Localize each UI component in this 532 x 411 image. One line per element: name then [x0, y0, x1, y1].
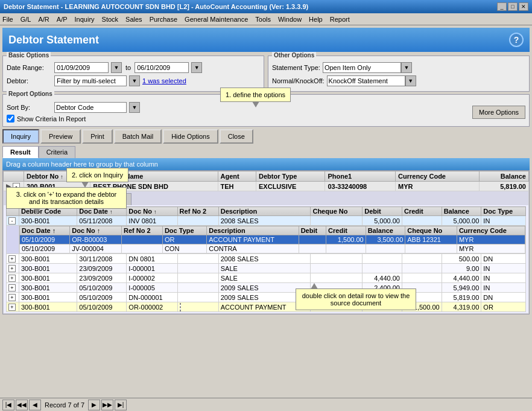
debtor-filter-input[interactable] [54, 75, 127, 86]
menu-inquiry[interactable]: Inquiry [75, 16, 95, 23]
sub-row-2[interactable]: 05/10/2009 JV-000004 CON CONTRA [20, 244, 525, 253]
more-options-button[interactable]: More Options [472, 106, 525, 119]
detail-col-ref-no2[interactable]: Ref No 2 [177, 207, 218, 216]
show-criteria-checkbox[interactable] [7, 115, 14, 123]
menu-sales[interactable]: Sales [125, 16, 142, 23]
detail-col-doc-type[interactable]: Doc Type [481, 207, 526, 216]
debtor-selected-link[interactable]: 1 was selected [142, 77, 186, 84]
statement-type-input[interactable] [323, 62, 401, 73]
sub-col-debit[interactable]: Debit [299, 226, 326, 235]
detail-expand-btn[interactable]: - [8, 217, 16, 225]
hide-options-button[interactable]: Hide Options [163, 129, 218, 144]
detail-col-description[interactable]: Description [218, 207, 311, 216]
inquiry-button[interactable]: Inquiry [2, 129, 39, 144]
menu-stock[interactable]: Stock [102, 16, 119, 23]
sub-col-description[interactable]: Description [207, 226, 299, 235]
detail-col-credit[interactable]: Credit [402, 207, 442, 216]
detail-row-expanded[interactable]: - 300-B001 05/11/2008 INV 0801 2008 SALE… [7, 216, 526, 226]
additional-row-3[interactable]: + 300-B001 23/09/2009 I-000002 SALE 4,44… [7, 273, 526, 283]
print-button[interactable]: Print [82, 129, 113, 144]
detail-expand-cell[interactable]: - [7, 216, 19, 226]
statement-type-dropdown[interactable]: ▼ [401, 62, 412, 73]
detail-col-cheque-no[interactable]: Cheque No [311, 207, 363, 216]
menu-report[interactable]: Report [330, 16, 350, 23]
menu-help[interactable]: Help [309, 16, 323, 23]
menu-ap[interactable]: A/P [57, 16, 68, 23]
additional-row-6-highlighted[interactable]: + 300-B001 05/10/2009 OR-000002 ACCOUNT … [7, 302, 526, 312]
menu-file[interactable]: File [2, 16, 13, 23]
col-balance[interactable]: Balance [479, 171, 528, 182]
knockoff-dropdown[interactable]: ▼ [405, 75, 416, 86]
tab-criteria[interactable]: Criteria [39, 146, 75, 158]
add-expand-2[interactable]: + [7, 264, 19, 273]
menu-window[interactable]: Window [278, 16, 302, 23]
col-currency-code[interactable]: Currency Code [396, 171, 480, 182]
menu-purchase[interactable]: Purchase [150, 16, 177, 23]
preview-button[interactable]: Preview [40, 129, 81, 144]
tab-result[interactable]: Result [2, 146, 39, 158]
nav-next-page[interactable]: ▶▶ [101, 400, 113, 410]
minimize-button[interactable]: _ [497, 2, 507, 11]
menu-tools[interactable]: Tools [255, 16, 271, 23]
add-expand-1[interactable]: + [7, 254, 19, 264]
sub-col-doc-date[interactable]: Doc Date ↑ [20, 226, 70, 235]
add-debtor-3: 300-B001 [19, 273, 77, 283]
date-from-dropdown[interactable]: ▼ [111, 62, 122, 73]
sub-row-selected[interactable]: 05/10/2009 OR-B00003 OR ACCOUNT PAYMENT [20, 235, 525, 244]
sub-col-currency[interactable]: Currency Code [457, 226, 525, 235]
detail-col-debit[interactable]: Debit [363, 207, 402, 216]
add-expand-6[interactable]: + [7, 302, 19, 312]
date-to-dropdown[interactable]: ▼ [191, 62, 202, 73]
window-controls[interactable]: _ □ ✕ [497, 2, 528, 11]
sub-doc-date-2: 05/10/2009 [20, 244, 70, 253]
menu-gl[interactable]: G/L [21, 16, 31, 23]
sub-ref-no2-1 [121, 235, 162, 244]
close-button-toolbar[interactable]: Close [220, 129, 253, 144]
col-debtor-type[interactable]: Debtor Type [256, 171, 325, 182]
maximize-button[interactable]: □ [508, 2, 518, 11]
sub-col-credit[interactable]: Credit [326, 226, 366, 235]
nav-prev[interactable]: ◀ [29, 400, 41, 410]
additional-row-4[interactable]: + 300-B001 05/10/2009 I-000005 2009 SALE… [7, 283, 526, 293]
sub-col-doc-no[interactable]: Doc No ↑ [70, 226, 122, 235]
debtor-filter-dropdown[interactable]: ▼ [129, 75, 140, 86]
col-phone1[interactable]: Phone1 [325, 171, 396, 182]
menu-general[interactable]: General Maintenance [185, 16, 248, 23]
knockoff-input[interactable] [327, 75, 405, 86]
nav-last[interactable]: ▶| [115, 400, 127, 410]
additional-row-1[interactable]: + 300-B001 30/11/2008 DN 0801 2008 SALES [7, 254, 526, 264]
dashed-ref-input[interactable] [180, 303, 181, 311]
close-button[interactable]: ✕ [519, 2, 528, 11]
sub-col-cheque-no[interactable]: Cheque No [405, 226, 457, 235]
nav-next[interactable]: ▶ [88, 400, 100, 410]
add-doctype-5: DN [481, 293, 526, 302]
add-expand-3[interactable]: + [7, 273, 19, 283]
detail-col-doc-no[interactable]: Doc No ↑ [127, 207, 177, 216]
date-to-input[interactable] [135, 62, 189, 73]
date-from-input[interactable] [54, 62, 109, 73]
agent-cell: TEH [218, 182, 256, 191]
add-expand-5[interactable]: + [7, 293, 19, 302]
sort-by-input[interactable] [54, 102, 127, 113]
nav-prev-page[interactable]: ◀◀ [16, 400, 28, 410]
sub-col-ref-no2[interactable]: Ref No 2 [121, 226, 162, 235]
add-desc-1: 2008 SALES [218, 254, 311, 264]
col-agent[interactable]: Agent [218, 171, 256, 182]
help-button[interactable]: ? [509, 33, 524, 47]
batch-mail-button[interactable]: Batch Mail [114, 129, 162, 144]
page-title: Debtor Statement [8, 34, 99, 46]
knockoff-label: Normal/KnockOff: [272, 77, 325, 84]
detail-balance: 5,000.00 [442, 216, 481, 226]
nav-first[interactable]: |◀ [2, 400, 14, 410]
callout-3: 3. click on '+' to expand the debtor and… [6, 187, 127, 209]
detail-col-balance[interactable]: Balance [442, 207, 481, 216]
menu-ar[interactable]: A/R [38, 16, 49, 23]
additional-row-5[interactable]: + 300-B001 05/10/2009 DN-000001 2009 SAL… [7, 293, 526, 302]
additional-row-2[interactable]: + 300-B001 23/09/2009 I-000001 SALE [7, 264, 526, 273]
add-expand-4[interactable]: + [7, 283, 19, 293]
sub-col-doc-type[interactable]: Doc Type [162, 226, 206, 235]
sub-balance-1: 3,500.00 [366, 235, 405, 244]
title-bar: Debtor Statement - LEARNING AUTOCOUNT SD… [0, 0, 532, 13]
sub-col-balance[interactable]: Balance [366, 226, 405, 235]
sort-by-dropdown[interactable]: ▼ [129, 102, 140, 113]
